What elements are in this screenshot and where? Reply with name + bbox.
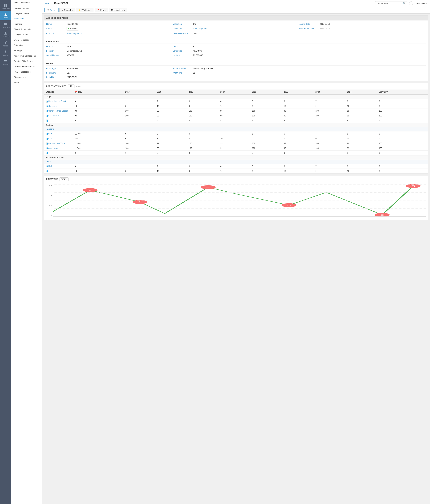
row-label: 📊 — [44, 118, 73, 123]
nav-pacp[interactable]: PACP Inspections — [11, 69, 42, 74]
latitude-value: 79.385033 — [193, 54, 203, 56]
road-type-value: Road 36982 — [67, 67, 78, 70]
install-date-label: Install Date — [46, 76, 66, 78]
nav-related-child[interactable]: Related Child Assets — [11, 59, 42, 64]
chart-container: 10.0 7.5 5.0 2.5 — [44, 183, 428, 220]
sidebar-item-accounts[interactable]: ACCOUNTS — [0, 30, 11, 39]
row-label: 📊 — [44, 169, 73, 173]
nav-depreciation[interactable]: Depreciation Accounts — [11, 64, 42, 69]
row-label: 📊 — [44, 151, 73, 155]
save-icon: 💾 — [47, 9, 49, 11]
top-bar: AMP | Road 36982 🔍 ? John Smith ▾ — [42, 0, 430, 7]
svg-rect-10 — [4, 62, 7, 62]
separator-2 — [46, 59, 426, 59]
location-label: Location — [46, 50, 66, 52]
years-input[interactable] — [68, 84, 74, 88]
install-date-field: Install Date 2013-03-01 — [46, 76, 173, 78]
identification-fields: GIS ID 36982 Class R Location Morningsid… — [46, 45, 426, 56]
col-summary: Summary — [377, 90, 428, 95]
lifecycle-dropdown-value: RISK — [61, 178, 66, 180]
length-value: 117 — [67, 72, 70, 74]
nav-notes[interactable]: Notes — [11, 80, 42, 85]
empty-ident-2 — [299, 50, 426, 52]
col-lifecycle: Lifecycle — [44, 90, 73, 95]
rollup-chevron-icon[interactable]: ▾ — [82, 32, 83, 34]
nav-attachments[interactable]: Attachments — [11, 74, 42, 80]
tools-icon — [4, 41, 8, 45]
sidebar-item-tools[interactable]: TOOLS — [0, 39, 11, 48]
row-link[interactable]: Risk — [48, 165, 52, 167]
row-link[interactable]: Condition (Age Based) — [48, 110, 68, 112]
nav-asset-tree[interactable]: Asset Tree Components — [11, 53, 42, 59]
validation-value: Ok — [193, 23, 196, 25]
row-link[interactable]: Condition — [48, 105, 57, 107]
map-button[interactable]: 📍 Map ▾ — [95, 8, 108, 12]
forecast-values-section: FORECAST VALUES years Lifecycle 📅 2016 ▾ — [44, 83, 428, 174]
sidebar-item-projects[interactable]: PROJECTS — [0, 20, 11, 30]
empty-ident-3 — [299, 54, 426, 56]
data-label-3: 4 — [206, 186, 210, 188]
chart-icon: 📊 — [46, 133, 48, 135]
road-type-label: Road Type — [46, 67, 66, 70]
nav-asset-description[interactable]: Asset Description — [11, 0, 42, 5]
nav-strategy[interactable]: Strategy — [11, 48, 42, 53]
row-link[interactable]: Replacement Value — [48, 142, 65, 144]
search-box[interactable]: 🔍 — [375, 1, 407, 5]
nav-estimates[interactable]: Estimates — [11, 43, 42, 48]
status-badge[interactable]: Active ▾ — [67, 27, 79, 30]
row-link[interactable]: Inspection Age — [48, 115, 61, 117]
nav-financial[interactable]: Financial — [11, 21, 42, 27]
row-label: 📊 Cost — [44, 136, 73, 141]
svg-rect-9 — [4, 61, 7, 62]
row-link[interactable]: Cost — [48, 137, 52, 140]
row-link[interactable]: OPEX — [48, 133, 54, 135]
nav-lifecycle-events-2[interactable]: Lifecycle Events — [11, 32, 42, 37]
lifecycle-dropdown[interactable]: RISK ▾ — [59, 177, 69, 181]
sidebar-item-assets[interactable]: ASSETS — [0, 11, 11, 20]
table-row: 📊 100100 100100 100 — [44, 169, 428, 173]
user-avatar[interactable]: John Smith ▾ — [415, 2, 427, 5]
rollup-field: Rollup To Road Segments ▾ — [46, 32, 173, 35]
refresh-button[interactable]: ↻ Refresh ▾ — [60, 8, 75, 12]
top-bar-right: 🔍 ? John Smith ▾ — [375, 1, 427, 5]
sidebar-item-recent[interactable]: RECENT — [0, 58, 11, 67]
workflow-chevron-icon: ▾ — [91, 9, 92, 11]
svg-rect-8 — [4, 60, 7, 61]
projects-icon — [4, 22, 8, 26]
nav-forecast-values[interactable]: Forecast Values — [11, 5, 42, 11]
sidebar-item-dashboard[interactable]: DASHBOARD — [0, 2, 11, 11]
chart-icon: 📊 — [46, 119, 48, 122]
install-address-value: 750 Morning Side Ave — [193, 67, 214, 70]
forecast-header: FORECAST VALUES years — [44, 83, 428, 90]
sidebar-item-admin[interactable]: ADMIN — [0, 48, 11, 58]
gis-id-field: GIS ID 36982 — [46, 45, 173, 48]
save-chevron-icon: ▾ — [56, 9, 56, 11]
data-label-5: 5 — [380, 214, 384, 216]
page-title: Road 36982 — [54, 2, 69, 5]
latitude-field: Latitude 79.385033 — [173, 54, 299, 56]
location-value: Morningside Ave — [67, 50, 82, 52]
search-input[interactable] — [377, 2, 403, 5]
retirement-date-label: Retirement Date — [299, 27, 318, 30]
details-header: Details — [46, 61, 426, 66]
forecast-table-body: Age 📊 Rehabilitation Count 0123 4567 89 … — [44, 95, 428, 173]
rollup-value[interactable]: Road Segments — [67, 32, 82, 35]
more-actions-chevron-icon: ▾ — [124, 9, 125, 11]
row-label: 📊 Inspection Age — [44, 113, 73, 118]
svg-rect-3 — [6, 5, 7, 7]
nav-lifecycle-events[interactable]: Lifecycle Events — [11, 11, 42, 16]
save-button[interactable]: 💾 Save ▾ — [44, 8, 59, 12]
row-link[interactable]: Rehabilitation Count — [48, 100, 66, 102]
row-link[interactable]: Asset Value — [48, 147, 59, 149]
asset-type-value[interactable]: Road Segment — [193, 27, 207, 30]
workflow-button[interactable]: ⚡ Workflow ▾ — [76, 8, 94, 12]
retirement-date-field: Retirement Date 2023-03-01 — [299, 27, 426, 30]
nav-event-requests[interactable]: Event Requests — [11, 37, 42, 43]
nav-risk-prioritization[interactable]: Risk & Prioritization — [11, 27, 42, 32]
help-button[interactable]: ? — [409, 1, 413, 5]
more-actions-button[interactable]: More Actions ▾ — [109, 8, 127, 12]
row-label: 📊 Risk — [44, 164, 73, 169]
asset-description-header: ASSET DESCRIPTION — [44, 16, 428, 20]
nav-inspections[interactable]: Inspections — [11, 16, 42, 21]
col-2016: 📅 2016 ▾ — [73, 90, 124, 95]
